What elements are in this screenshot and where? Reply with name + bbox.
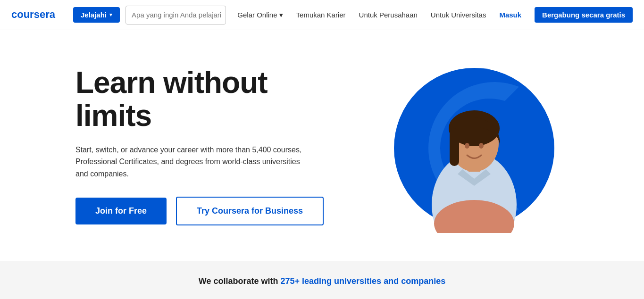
navbar-degree-link[interactable]: Gelar Online ▾ <box>237 11 283 19</box>
chevron-down-icon: ▾ <box>109 12 112 18</box>
svg-rect-6 <box>450 128 459 166</box>
navbar-career-link[interactable]: Temukan Karier <box>296 11 346 19</box>
business-label: Untuk Perusahaan <box>359 11 418 19</box>
try-business-button[interactable]: Try Coursera for Business <box>176 197 324 225</box>
navbar-university-link[interactable]: Untuk Universitas <box>431 11 486 19</box>
hero-graphic <box>387 58 561 233</box>
hero-title: Learn without limits <box>75 66 359 133</box>
hero-subtitle: Start, switch, or advance your career wi… <box>75 144 307 180</box>
partner-text-normal: We collaborate with <box>199 276 281 286</box>
degree-label: Gelar Online <box>237 11 277 19</box>
chevron-down-icon: ▾ <box>279 11 283 19</box>
navbar-join-label: Bergabung secara gratis <box>542 11 625 19</box>
navbar: coursera Jelajahi ▾ 🔍 Gelar Online ▾ Tem… <box>0 0 644 30</box>
logo[interactable]: coursera <box>11 8 66 23</box>
hero-image <box>387 58 561 233</box>
partner-text-highlight: 275+ leading universities and companies <box>281 276 446 286</box>
join-free-button[interactable]: Join for Free <box>75 198 167 224</box>
navbar-join-button[interactable]: Bergabung secara gratis <box>535 7 633 23</box>
login-label: Masuk <box>499 11 521 19</box>
navbar-business-link[interactable]: Untuk Perusahaan <box>359 11 418 19</box>
hero-section: Learn without limits Start, switch, or a… <box>0 30 644 261</box>
partner-section: We collaborate with 275+ leading univers… <box>0 261 644 299</box>
explore-button[interactable]: Jelajahi ▾ <box>73 7 120 23</box>
navbar-links: Gelar Online ▾ Temukan Karier Untuk Peru… <box>237 7 633 23</box>
university-label: Untuk Universitas <box>431 11 486 19</box>
svg-point-7 <box>465 143 469 149</box>
navbar-login-link[interactable]: Masuk <box>499 11 521 19</box>
explore-label: Jelajahi <box>81 11 107 19</box>
search-bar: 🔍 <box>125 6 226 25</box>
svg-text:coursera: coursera <box>11 8 56 20</box>
career-label: Temukan Karier <box>296 11 346 19</box>
svg-point-8 <box>479 143 484 149</box>
hero-content: Learn without limits Start, switch, or a… <box>75 66 359 226</box>
search-input[interactable] <box>126 11 226 19</box>
partner-text: We collaborate with 275+ leading univers… <box>199 276 445 286</box>
hero-buttons: Join for Free Try Coursera for Business <box>75 197 359 225</box>
